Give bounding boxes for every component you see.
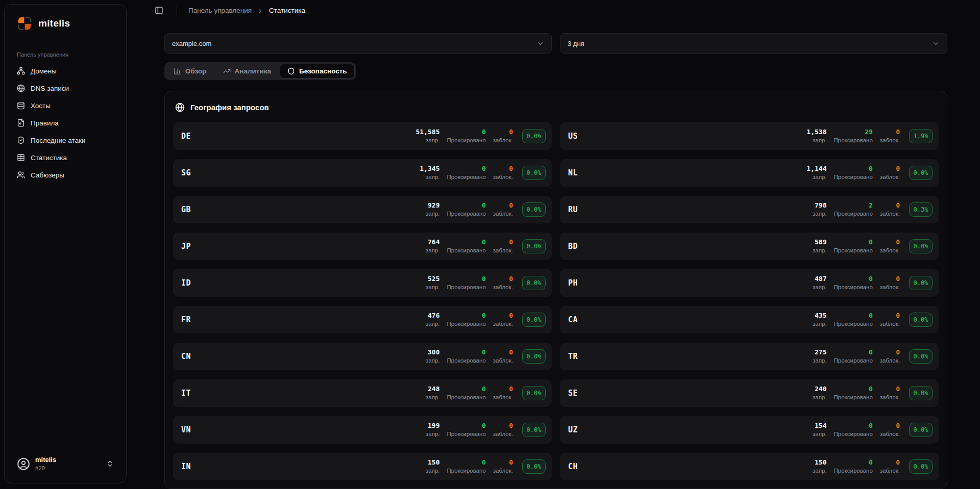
geo-row: GB 929 запр. 0 Проксировано 0 заблок. 0.…: [173, 196, 552, 223]
blocked-label: заблок.: [880, 357, 900, 365]
sidebar-item-хосты[interactable]: Хосты: [13, 98, 118, 113]
blocked-value: 0: [509, 422, 513, 430]
blocked-value: 0: [509, 385, 513, 394]
requests-value: 275: [815, 348, 826, 357]
requests-value: 798: [815, 201, 826, 210]
requests-label: запр.: [426, 284, 440, 291]
percent-badge: 0.0%: [909, 276, 933, 290]
blocked-value: 0: [509, 348, 513, 357]
geo-row: IT 248 запр. 0 Проксировано 0 заблок. 0.…: [173, 379, 552, 407]
sidebar-item-статистика[interactable]: Статистика: [13, 150, 118, 165]
sidebar: mitelis Панель управления Домены DNS зап…: [4, 4, 127, 483]
geo-row: CA 435 запр. 0 Проксировано 0 заблок. 0.…: [560, 306, 939, 333]
requests-label: запр.: [813, 394, 827, 401]
geo-column-left: DE 51,585 запр. 0 Проксировано 0 заблок.…: [173, 122, 552, 480]
country-code: TR: [568, 352, 578, 361]
sidebar-nav: Домены DNS записи Хосты Правила Последни…: [13, 64, 118, 182]
proxied-value: 0: [482, 348, 486, 357]
percent-badge: 0.0%: [522, 202, 546, 217]
geo-row: IN 150 запр. 0 Проксировано 0 заблок. 0.…: [173, 453, 552, 480]
proxied-label: Проксировано: [447, 357, 485, 365]
requests-value: 525: [428, 275, 439, 284]
blocked-label: заблок.: [493, 467, 513, 475]
requests-value: 51,585: [416, 128, 440, 137]
geo-row: DE 51,585 запр. 0 Проксировано 0 заблок.…: [173, 122, 552, 150]
trending-up-icon: [223, 67, 231, 75]
tab-label: Обзор: [185, 67, 207, 75]
proxied-label: Проксировано: [834, 210, 872, 218]
requests-value: 240: [815, 385, 826, 394]
requests-value: 150: [428, 458, 439, 467]
view-tabs: Обзор Аналитика Безопасность: [164, 62, 356, 80]
proxied-label: Проксировано: [834, 430, 872, 438]
breadcrumb-current: Статистика: [269, 7, 305, 14]
requests-value: 300: [428, 348, 439, 357]
requests-label: запр.: [426, 467, 440, 475]
requests-label: запр.: [813, 357, 827, 365]
sidebar-item-домены[interactable]: Домены: [13, 64, 118, 78]
domain-select[interactable]: example.com: [164, 33, 552, 54]
requests-label: запр.: [813, 430, 827, 438]
period-select[interactable]: 3 дня: [560, 33, 947, 54]
sidebar-item-label: Домены: [31, 67, 57, 75]
user-name: mitelis: [35, 456, 56, 464]
panel-left-icon: [155, 6, 163, 15]
proxied-value: 0: [869, 458, 873, 467]
proxied-label: Проксировано: [447, 137, 485, 144]
breadcrumb-parent[interactable]: Панель управления: [188, 7, 252, 14]
file-icon: [17, 119, 25, 127]
blocked-value: 0: [509, 165, 513, 173]
requests-label: запр.: [813, 284, 827, 291]
proxied-label: Проксировано: [447, 320, 485, 328]
tab-безопасность[interactable]: Безопасность: [280, 64, 355, 79]
proxied-value: 0: [869, 385, 873, 394]
percent-badge: 0.0%: [909, 386, 933, 400]
country-code: RU: [568, 205, 578, 214]
percent-badge: 0.0%: [909, 423, 933, 437]
percent-badge: 0.0%: [522, 349, 546, 364]
blocked-value: 0: [509, 238, 513, 247]
proxied-label: Проксировано: [447, 394, 485, 401]
requests-label: запр.: [426, 247, 440, 254]
users-icon: [17, 171, 25, 179]
country-code: NL: [568, 168, 578, 177]
blocked-value: 0: [896, 165, 900, 173]
brand[interactable]: mitelis: [13, 16, 118, 31]
geo-row: BD 589 запр. 0 Проксировано 0 заблок. 0.…: [560, 233, 939, 260]
blocked-value: 0: [896, 348, 900, 357]
tab-обзор[interactable]: Обзор: [166, 64, 214, 79]
proxied-label: Проксировано: [447, 247, 485, 254]
geo-row: ID 525 запр. 0 Проксировано 0 заблок. 0.…: [173, 269, 552, 297]
sidebar-item-dns-записи[interactable]: DNS записи: [13, 81, 118, 95]
percent-badge: 0.0%: [522, 239, 546, 253]
user-menu[interactable]: mitelis #20: [13, 452, 118, 476]
tab-аналитика[interactable]: Аналитика: [215, 64, 279, 79]
geo-row: UZ 154 запр. 0 Проксировано 0 заблок. 0.…: [560, 416, 939, 444]
filters-row: example.com 3 дня: [164, 33, 947, 54]
percent-badge: 0.0%: [909, 313, 933, 327]
sidebar-item-правила[interactable]: Правила: [13, 116, 118, 130]
sidebar-toggle-button[interactable]: [151, 3, 166, 18]
proxied-label: Проксировано: [447, 467, 485, 475]
sidebar-item-label: Статистика: [31, 154, 67, 162]
sidebar-item-последние-атаки[interactable]: Последние атаки: [13, 133, 118, 147]
percent-badge: 0.0%: [909, 459, 933, 474]
blocked-value: 0: [896, 458, 900, 467]
requests-value: 1,538: [806, 128, 826, 137]
blocked-value: 0: [896, 201, 900, 210]
percent-badge: 0.0%: [522, 129, 546, 143]
tab-label: Аналитика: [235, 67, 271, 75]
geo-panel-title: География запросов: [190, 103, 269, 112]
requests-label: запр.: [426, 394, 440, 401]
geo-row: RU 798 запр. 2 Проксировано 0 заблок. 0.…: [560, 196, 939, 223]
blocked-value: 0: [509, 312, 513, 320]
proxied-value: 0: [482, 458, 486, 467]
proxied-value: 0: [482, 165, 486, 173]
geo-column-right: US 1,538 запр. 29 Проксировано 0 заблок.…: [560, 122, 939, 480]
geo-row: CN 300 запр. 0 Проксировано 0 заблок. 0.…: [173, 343, 552, 370]
proxied-label: Проксировано: [834, 467, 872, 475]
tab-label: Безопасность: [299, 67, 347, 75]
blocked-label: заблок.: [880, 210, 900, 218]
sidebar-item-сабюзеры[interactable]: Сабюзеры: [13, 168, 118, 182]
geo-row: PH 487 запр. 0 Проксировано 0 заблок. 0.…: [560, 269, 939, 297]
